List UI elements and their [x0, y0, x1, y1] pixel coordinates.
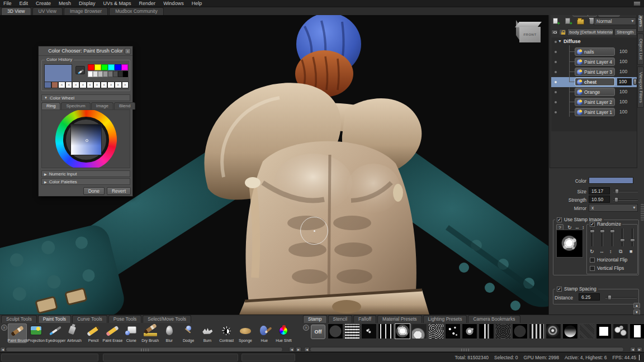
stamp-thumbnail-selected[interactable]	[395, 323, 410, 339]
stamp-thumbnail[interactable]	[462, 323, 477, 339]
tool-clone[interactable]: Clone	[122, 323, 141, 343]
empty-swatch[interactable]: ×	[107, 82, 115, 88]
empty-swatch[interactable]: ×	[65, 82, 73, 88]
layer-row-paint-layer-4[interactable]: Paint Layer 4 100	[551, 57, 637, 67]
tab-stamp[interactable]: Stamp	[303, 315, 327, 323]
stamp-thumbnail[interactable]	[562, 323, 578, 339]
stamp-thumbnail[interactable]	[512, 323, 528, 339]
tab-image[interactable]: Image	[91, 102, 113, 109]
stamp-thumbnail[interactable]	[546, 323, 561, 339]
scrollbar-grip[interactable]	[461, 349, 469, 351]
tool-paint-erase[interactable]: Paint Erase	[103, 323, 122, 343]
layer-row-paint-layer-2[interactable]: Paint Layer 2 100	[551, 97, 637, 107]
done-button[interactable]: Done	[83, 187, 105, 195]
visibility-dot[interactable]	[555, 71, 557, 73]
saturation-value-square[interactable]	[70, 124, 102, 155]
menu-file[interactable]: File	[3, 1, 12, 6]
empty-swatch[interactable]: ×	[115, 82, 122, 88]
distance-field[interactable]: 6.25	[579, 293, 600, 301]
stamp-thumbnail[interactable]	[344, 323, 360, 339]
color-palettes-section-header[interactable]: ▶ Color Palettes	[41, 178, 130, 185]
tab-curve-tools[interactable]: Curve Tools	[72, 315, 107, 323]
group-collapse-icon[interactable]: ▼	[558, 39, 562, 43]
stamp-thumbnail[interactable]	[529, 323, 544, 339]
stamp-thumbnail[interactable]	[479, 323, 494, 339]
revert-button[interactable]: Revert	[107, 187, 131, 195]
v-arrows-icon[interactable]: ↕	[609, 249, 612, 254]
stamp-thumbnail[interactable]	[613, 323, 628, 339]
recent-color-swatch[interactable]	[44, 82, 51, 88]
tab-uv-view[interactable]: UV View	[32, 7, 63, 15]
swatch-yellow[interactable]	[94, 64, 101, 70]
new-layer-icon[interactable]: +	[552, 18, 560, 25]
stamps-scrollbar[interactable]: ◄ ◄ ►	[304, 347, 644, 352]
tab-sculpt-tools[interactable]: Sculpt Tools	[1, 315, 37, 323]
empty-swatch[interactable]: ×	[101, 82, 108, 88]
layer-strength-value[interactable]: 100	[619, 69, 627, 74]
vertical-flips-checkbox[interactable]: ✓ Vertical Flips	[590, 265, 624, 271]
scroll-right-button[interactable]: ►	[637, 347, 642, 352]
tab-falloff[interactable]: Falloff	[353, 315, 376, 323]
tab-select-move-tools[interactable]: Select/Move Tools	[143, 315, 191, 323]
strength-slider-handle[interactable]	[633, 79, 637, 85]
visibility-icon[interactable]	[551, 30, 558, 35]
stamp-spacing-checkbox[interactable]: ✓ Stamp Spacing	[555, 286, 598, 292]
tool-dodge[interactable]: Dodge	[179, 323, 198, 343]
blend-mode-dropdown[interactable]: Normal ▼	[594, 17, 636, 25]
tab-mudbox-community[interactable]: Mudbox Community	[109, 7, 164, 15]
visibility-dot[interactable]	[555, 111, 557, 113]
empty-swatch[interactable]: ×	[58, 82, 65, 88]
square-icon[interactable]: ■	[629, 249, 632, 254]
layer-row-paint-layer-1[interactable]: Paint Layer 1 100	[551, 107, 637, 117]
swatch-magenta[interactable]	[121, 64, 128, 70]
randomize-checkbox[interactable]: ✓ Randomize	[589, 221, 622, 227]
scroll-up-button[interactable]: ▲	[633, 303, 640, 308]
close-icon[interactable]: x	[125, 48, 131, 54]
random-slider-2[interactable]	[602, 228, 603, 246]
tool-sponge[interactable]: Sponge	[236, 323, 255, 343]
panel-resize-grip[interactable]	[641, 204, 644, 221]
menu-render[interactable]: Render	[139, 1, 156, 6]
stamp-thumbnail[interactable]	[445, 323, 461, 339]
strength-slider-knob[interactable]	[614, 197, 618, 202]
material-header[interactable]: body [Default Material (pte	[567, 28, 614, 36]
tool-contrast[interactable]: Contrast	[217, 323, 236, 343]
scroll-left-button[interactable]: ◄	[304, 347, 310, 352]
brush-color-swatch[interactable]	[589, 177, 633, 184]
layer-group-diffuse[interactable]: ▼ Diffuse	[551, 37, 637, 47]
stamp-tray-expand-button[interactable]: ›	[303, 325, 309, 331]
tool-blur[interactable]: Blur	[160, 323, 179, 343]
horizontal-flip-checkbox[interactable]: ✓ Horizontal Flip	[590, 257, 627, 263]
size-field[interactable]: 15.17	[589, 187, 610, 194]
side-tab-viewport-filters[interactable]: Viewport Filters	[637, 66, 644, 108]
stamp-thumbnail[interactable]	[411, 323, 427, 339]
layer-folder-icon[interactable]	[577, 19, 584, 25]
empty-swatch[interactable]: ×	[93, 82, 101, 88]
strength-header[interactable]: Strength	[614, 28, 637, 36]
menu-uvs-maps[interactable]: UVs & Maps	[103, 1, 131, 6]
tab-lighting-presets[interactable]: Lighting Presets	[423, 315, 467, 323]
swatch-blue[interactable]	[115, 64, 121, 70]
tool-airbrush[interactable]: Airbrush	[65, 323, 84, 343]
tool-pencil[interactable]: Pencil	[84, 323, 103, 343]
tab-camera-bookmarks[interactable]: Camera Bookmarks	[468, 315, 520, 323]
hue-ring[interactable]	[55, 109, 117, 168]
menu-edit[interactable]: Edit	[20, 1, 29, 6]
visibility-dot[interactable]	[555, 61, 557, 63]
tab-ring[interactable]: Ring	[41, 102, 60, 109]
layer-row-orange[interactable]: Orange 100	[551, 87, 637, 97]
lock-icon[interactable]	[559, 29, 566, 35]
distance-slider[interactable]	[605, 297, 637, 298]
empty-swatch[interactable]: ×	[72, 82, 79, 88]
stamp-thumbnail[interactable]	[596, 323, 612, 339]
size-slider-knob[interactable]	[615, 189, 619, 194]
tool-eyedropper[interactable]: Eyedropper	[46, 323, 65, 343]
empty-swatch[interactable]: ×	[122, 82, 129, 88]
stamp-thumbnail[interactable]	[428, 323, 444, 339]
random-slider-4[interactable]	[622, 228, 623, 246]
tray-expand-button[interactable]: ›	[1, 325, 7, 331]
swatch-gray-3[interactable]	[103, 71, 108, 77]
side-tab-object-list[interactable]: Object List	[637, 34, 644, 65]
empty-swatch[interactable]: ×	[79, 82, 87, 88]
view-cube[interactable]: FRONT	[515, 22, 541, 43]
